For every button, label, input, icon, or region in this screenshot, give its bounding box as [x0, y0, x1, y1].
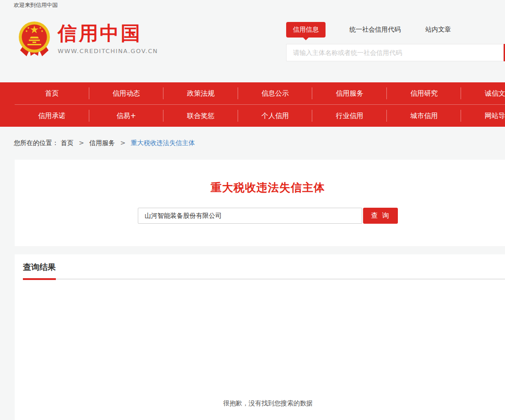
nav-item-personal-credit[interactable]: 个人信用 [238, 105, 313, 127]
nav-item-joint-rewards-punishment[interactable]: 联合奖惩 [163, 105, 238, 127]
breadcrumb-credit-services[interactable]: 信用服务 [89, 139, 115, 146]
nav-item-policies[interactable]: 政策法规 [163, 82, 238, 104]
header-search-row [286, 44, 505, 61]
page-title: 重大税收违法失信主体 [15, 180, 505, 195]
breadcrumb: 您所在的位置： 首页 > 信用服务 > 重大税收违法失信主体 [0, 127, 505, 147]
breadcrumb-home[interactable]: 首页 [60, 139, 73, 146]
tab-unified-social-credit-code[interactable]: 统一社会信用代码 [349, 22, 401, 37]
nav-item-credit-services[interactable]: 信用服务 [312, 82, 387, 104]
results-heading: 查询结果 [23, 262, 56, 280]
tab-credit-info[interactable]: 信用信息 [286, 22, 326, 38]
breadcrumb-label: 您所在的位置： [14, 139, 59, 146]
results-card: 查询结果 很抱歉，没有找到您搜索的数据 [15, 254, 505, 420]
page: 欢迎来到信用中国 信用中 [0, 0, 505, 420]
results-header: 查询结果 [23, 262, 505, 280]
site-title-block: 信用中国 WWW.CREDITCHINA.GOV.CN [58, 20, 158, 54]
welcome-bar: 欢迎来到信用中国 [0, 0, 505, 10]
nav-item-xinyi-plus[interactable]: 信易+ [89, 105, 164, 127]
empty-result-message: 很抱歉，没有找到您搜索的数据 [23, 399, 505, 408]
nav-item-credit-research[interactable]: 信用研究 [387, 82, 462, 104]
site-name: 信用中国 [58, 23, 158, 44]
nav-item-industry-credit[interactable]: 行业信用 [312, 105, 387, 127]
tab-site-articles[interactable]: 站内文章 [425, 22, 451, 37]
nav-item-integrity-culture[interactable]: 诚信文化 [461, 82, 505, 104]
welcome-text: 欢迎来到信用中国 [14, 2, 58, 8]
nav-item-credit-news[interactable]: 信用动态 [89, 82, 164, 104]
site-url: WWW.CREDITCHINA.GOV.CN [58, 48, 158, 54]
query-row: 查 询 [138, 208, 398, 224]
breadcrumb-separator: > [79, 139, 84, 146]
nav-item-credit-commitment[interactable]: 信用承诺 [15, 105, 89, 127]
nav-row-1: 首页 信用动态 政策法规 信息公示 信用服务 信用研究 诚信文化 [0, 82, 505, 104]
header-search-block: 信用信息 统一社会信用代码 站内文章 [286, 22, 505, 61]
site-logo[interactable]: 信用中国 WWW.CREDITCHINA.GOV.CN [17, 20, 158, 59]
header-search-input[interactable] [286, 44, 504, 61]
nav-item-info-disclosure[interactable]: 信息公示 [238, 82, 313, 104]
nav-item-site-map[interactable]: 网站导航 [461, 105, 505, 127]
search-tabs: 信用信息 统一社会信用代码 站内文章 [286, 22, 505, 39]
nav-item-city-credit[interactable]: 城市信用 [387, 105, 462, 127]
query-button[interactable]: 查 询 [363, 208, 398, 224]
site-header: 信用中国 WWW.CREDITCHINA.GOV.CN 信用信息 统一社会信用代… [0, 10, 505, 82]
query-input[interactable] [138, 208, 362, 224]
nav-row-2: 信用承诺 信易+ 联合奖惩 个人信用 行业信用 城市信用 网站导航 [0, 105, 505, 127]
nav-item-home[interactable]: 首页 [15, 82, 89, 104]
main-nav: 首页 信用动态 政策法规 信息公示 信用服务 信用研究 诚信文化 信用承诺 信易… [0, 82, 505, 127]
national-emblem-icon [17, 20, 51, 59]
breadcrumb-separator: > [120, 139, 126, 146]
breadcrumb-current-page[interactable]: 重大税收违法失信主体 [131, 139, 195, 146]
query-card: 重大税收违法失信主体 查 询 [15, 160, 505, 246]
